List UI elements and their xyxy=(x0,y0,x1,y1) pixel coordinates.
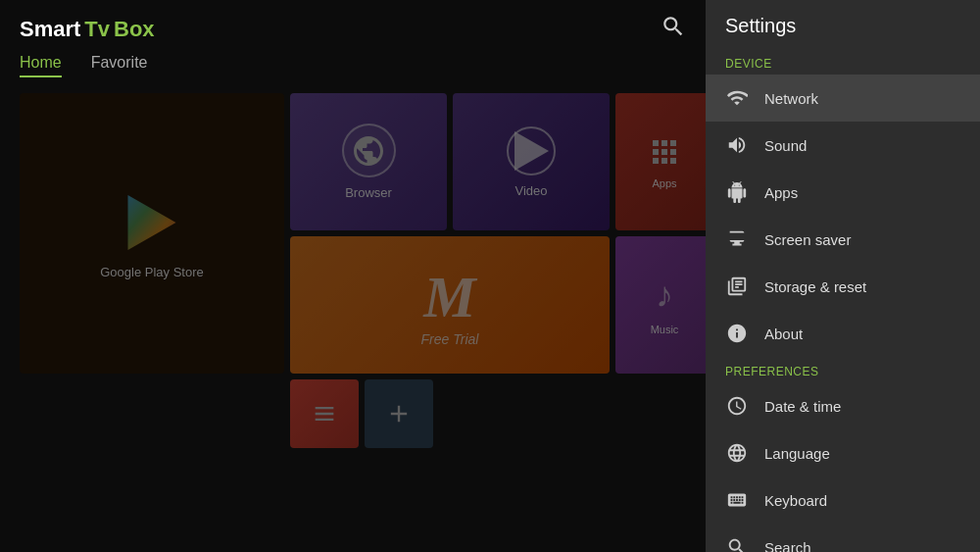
settings-item-screen-saver-label: Screen saver xyxy=(764,231,851,248)
settings-item-date-time[interactable]: Date & time xyxy=(706,382,980,429)
keyboard-icon xyxy=(725,488,749,512)
settings-item-sound[interactable]: Sound xyxy=(706,122,980,169)
settings-section-preferences: Preferences xyxy=(706,357,980,382)
logo-box: Box xyxy=(114,17,155,42)
android-icon xyxy=(725,180,749,204)
nav-tabs: Home Favorite xyxy=(20,54,147,77)
settings-item-apps[interactable]: Apps xyxy=(706,169,980,216)
header: Smart Tv Box xyxy=(0,0,706,59)
screen-icon xyxy=(725,227,749,251)
main-content: Google Play Store Browser Video Apps xyxy=(0,0,706,552)
header-search-icon[interactable] xyxy=(661,14,686,45)
settings-item-apps-label: Apps xyxy=(764,184,798,201)
settings-item-storage-reset[interactable]: Storage & reset xyxy=(706,263,980,310)
logo: Smart Tv Box xyxy=(20,17,155,42)
globe-icon xyxy=(725,441,749,465)
wifi-icon xyxy=(725,86,749,110)
info-icon xyxy=(725,322,749,345)
settings-item-network-label: Network xyxy=(764,90,818,107)
settings-item-about-label: About xyxy=(764,326,803,342)
logo-smart: Smart xyxy=(20,17,80,42)
clock-icon xyxy=(725,394,749,418)
settings-item-sound-label: Sound xyxy=(764,137,807,154)
nav-tab-favorite[interactable]: Favorite xyxy=(91,54,148,77)
storage-icon xyxy=(725,275,749,298)
nav-tab-home[interactable]: Home xyxy=(20,54,62,77)
settings-item-about[interactable]: About xyxy=(706,310,980,357)
settings-item-date-time-label: Date & time xyxy=(764,398,841,415)
settings-item-language-label: Language xyxy=(764,445,830,462)
main-overlay xyxy=(0,0,706,552)
settings-item-search[interactable]: Search xyxy=(706,524,980,552)
settings-section-device: Device xyxy=(706,49,980,75)
settings-item-keyboard-label: Keyboard xyxy=(764,492,827,509)
settings-item-keyboard[interactable]: Keyboard xyxy=(706,477,980,524)
search-icon xyxy=(725,535,749,552)
settings-item-language[interactable]: Language xyxy=(706,429,980,477)
settings-item-screen-saver[interactable]: Screen saver xyxy=(706,216,980,263)
settings-item-network[interactable]: Network xyxy=(706,75,980,122)
volume-icon xyxy=(725,133,749,157)
settings-title: Settings xyxy=(706,0,980,49)
settings-item-search-label: Search xyxy=(764,539,811,553)
settings-item-storage-reset-label: Storage & reset xyxy=(764,278,866,295)
logo-tv: Tv xyxy=(84,17,110,42)
settings-panel: Settings Device Network Sound Apps xyxy=(706,0,980,552)
